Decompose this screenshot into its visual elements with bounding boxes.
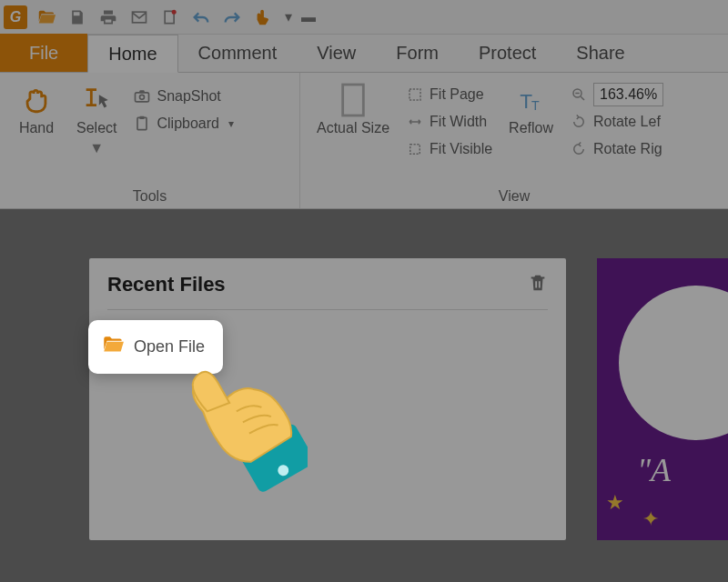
tab-comment[interactable]: Comment: [178, 34, 298, 72]
ribbon-group-tools: Hand Select ▼ SnapShot: [0, 73, 300, 208]
undo-icon[interactable]: [189, 5, 213, 29]
tab-label: Comment: [198, 43, 278, 64]
reflow-icon: TT: [515, 84, 548, 116]
trash-icon[interactable]: [528, 273, 548, 293]
tab-view[interactable]: View: [297, 34, 376, 72]
app-logo-char: G: [10, 9, 21, 25]
recent-files-title: Recent Files: [107, 273, 548, 296]
page-icon: [337, 84, 369, 116]
hand-icon: [20, 84, 53, 116]
svg-rect-3: [136, 93, 149, 102]
zoom-value: 163.46%: [600, 86, 657, 103]
snapshot-label: SnapShot: [157, 88, 220, 105]
select-label: Select: [76, 120, 116, 136]
app-root: G ▾ ▬ File Home Comment View: [0, 0, 728, 582]
fit-page-button[interactable]: Fit Page: [402, 82, 496, 107]
quick-access-toolbar: G ▾ ▬: [0, 0, 728, 35]
promo-quote: "A: [637, 451, 671, 489]
zoom-control[interactable]: 163.46%: [566, 82, 667, 107]
fit-visible-label: Fit Visible: [430, 141, 492, 157]
clipboard-label: Clipboard: [157, 115, 218, 132]
tab-label: Home: [108, 44, 157, 65]
divider: [107, 309, 548, 310]
tab-home[interactable]: Home: [87, 35, 177, 73]
rotate-left-label: Rotate Lef: [593, 114, 661, 130]
mail-icon[interactable]: [127, 5, 151, 29]
svg-rect-8: [410, 89, 420, 100]
promo-card[interactable]: "A ★ ✦: [597, 258, 728, 540]
redo-icon[interactable]: [220, 5, 244, 29]
tab-file-label: File: [29, 43, 58, 64]
tab-label: Share: [576, 43, 624, 64]
tab-file[interactable]: File: [0, 34, 87, 72]
tab-protect[interactable]: Protect: [459, 34, 556, 72]
save-icon[interactable]: [66, 5, 89, 29]
snapshot-button[interactable]: SnapShot: [129, 84, 237, 109]
touch-icon[interactable]: [251, 5, 275, 29]
tab-label: View: [317, 43, 356, 64]
actual-size-label: Actual Size: [317, 120, 389, 136]
reflow-button[interactable]: TT Reflow: [501, 80, 561, 162]
svg-text:T: T: [531, 98, 540, 113]
fit-width-label: Fit Width: [430, 114, 487, 130]
document-area: Recent Files "A ★ ✦: [0, 209, 728, 582]
tab-label: Form: [396, 43, 439, 64]
rotate-right-icon: [570, 140, 588, 158]
clipboard-button[interactable]: Clipboard: [129, 111, 237, 136]
svg-rect-7: [343, 85, 364, 115]
ribbon-group-view: Actual Size Fit Page Fit Width Fit Visib…: [300, 73, 728, 208]
print-icon[interactable]: [96, 5, 120, 29]
fit-width-button[interactable]: Fit Width: [402, 109, 496, 135]
tab-label: Protect: [479, 43, 536, 64]
tab-strip: File Home Comment View Form Protect Shar…: [0, 35, 728, 73]
group-label-view: View: [309, 185, 719, 205]
fit-width-icon: [406, 113, 424, 131]
app-logo: G: [4, 5, 27, 29]
select-tool-button[interactable]: Select ▼: [69, 80, 124, 160]
zoom-out-icon: [570, 85, 588, 104]
fit-visible-icon: [406, 140, 424, 158]
fit-page-icon: [406, 85, 424, 104]
folder-open-icon: [101, 333, 125, 361]
qat-minimize-icon[interactable]: ▬: [302, 5, 315, 29]
clipboard-icon: [133, 115, 151, 133]
open-file-button[interactable]: Open File: [88, 320, 223, 374]
tab-form[interactable]: Form: [376, 34, 459, 72]
svg-rect-6: [140, 116, 145, 119]
ribbon: Hand Select ▼ SnapShot: [0, 73, 728, 209]
tab-share[interactable]: Share: [556, 34, 644, 72]
select-cursor-icon: [80, 84, 113, 116]
chevron-down-icon: ▼: [89, 140, 104, 156]
open-folder-icon[interactable]: [35, 5, 58, 29]
rotate-left-button[interactable]: Rotate Lef: [566, 109, 667, 135]
zoom-input[interactable]: 163.46%: [593, 83, 663, 106]
camera-icon: [133, 87, 151, 105]
rotate-left-icon: [570, 113, 588, 131]
rotate-right-label: Rotate Rig: [593, 141, 662, 157]
fit-visible-button[interactable]: Fit Visible: [402, 136, 496, 162]
qat-dropdown-icon[interactable]: ▾: [282, 5, 295, 29]
new-doc-icon[interactable]: [158, 5, 182, 29]
recent-files-panel: Recent Files: [89, 258, 566, 540]
svg-point-4: [140, 95, 145, 99]
reflow-label: Reflow: [509, 120, 553, 136]
rotate-right-button[interactable]: Rotate Rig: [566, 136, 667, 162]
svg-rect-5: [137, 117, 147, 129]
promo-graphic: [619, 286, 728, 440]
svg-rect-9: [410, 145, 420, 155]
actual-size-button[interactable]: Actual Size: [309, 80, 397, 162]
open-file-label: Open File: [134, 337, 205, 356]
hand-tool-button[interactable]: Hand: [9, 80, 64, 160]
star-icon: ★: [606, 491, 624, 515]
hand-label: Hand: [19, 120, 54, 136]
fit-page-label: Fit Page: [430, 86, 484, 103]
star-icon: ✦: [642, 507, 659, 531]
svg-point-2: [172, 9, 177, 14]
group-label-tools: Tools: [9, 185, 290, 205]
